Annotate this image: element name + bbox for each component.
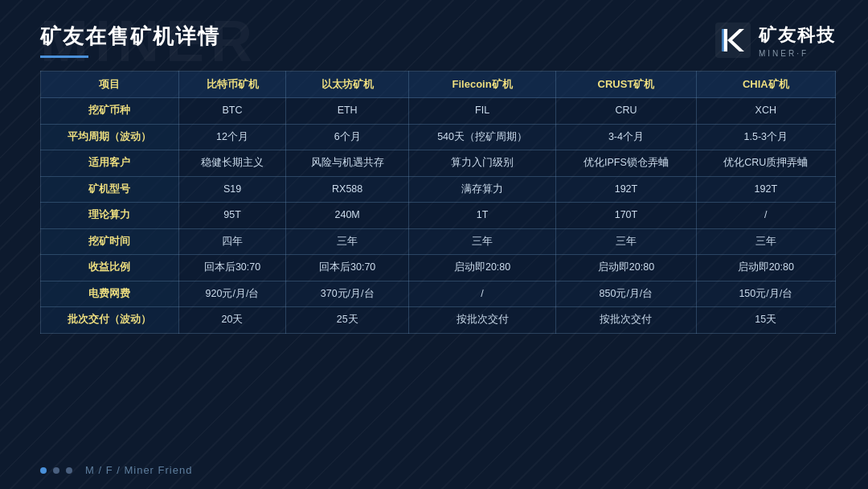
cell-8-4: 按批次交付 bbox=[556, 307, 696, 334]
cell-2-2: 风险与机遇共存 bbox=[286, 150, 409, 177]
title-block: MINER 矿友在售矿机详情 bbox=[40, 23, 220, 58]
logo-text-block: 矿友科技 MINER·F bbox=[759, 23, 836, 58]
cell-1-4: 3-4个月 bbox=[556, 124, 696, 150]
cell-0-2: ETH bbox=[286, 98, 409, 125]
cell-5-4: 三年 bbox=[556, 228, 696, 255]
col-header-0: 项目 bbox=[41, 72, 179, 98]
cell-5-1: 四年 bbox=[178, 228, 286, 255]
cell-2-4: 优化IPFS锁仓弄蛐 bbox=[556, 150, 696, 177]
cell-1-1: 12个月 bbox=[178, 124, 286, 150]
cell-8-1: 20天 bbox=[178, 307, 286, 334]
cell-6-3: 启动即20:80 bbox=[408, 255, 555, 281]
cell-3-5: 192T bbox=[696, 176, 835, 203]
cell-4-2: 240M bbox=[286, 203, 409, 229]
cell-2-3: 算力入门级别 bbox=[408, 150, 555, 177]
cell-6-1: 回本后30:70 bbox=[178, 255, 286, 281]
cell-4-1: 95T bbox=[178, 203, 286, 229]
table-row: 挖矿时间四年三年三年三年三年 bbox=[41, 228, 836, 255]
dot-2 bbox=[53, 467, 59, 474]
table-row: 挖矿币种BTCETHFILCRUXCH bbox=[41, 98, 836, 125]
svg-rect-3 bbox=[722, 29, 724, 51]
col-header-4: CRUST矿机 bbox=[556, 72, 696, 98]
table-container: 项目 比特币矿机 以太坊矿机 Filecoin矿机 CRUST矿机 CHIA矿机… bbox=[0, 58, 868, 342]
miner-table: 项目 比特币矿机 以太坊矿机 Filecoin矿机 CRUST矿机 CHIA矿机… bbox=[40, 71, 836, 334]
cell-0-0: 挖矿币种 bbox=[41, 98, 179, 125]
table-row: 电费网费920元/月/台370元/月/台/850元/月/台150元/月/台 bbox=[41, 281, 836, 307]
cell-0-1: BTC bbox=[178, 98, 286, 125]
cell-1-3: 540天（挖矿周期） bbox=[408, 124, 555, 150]
footer-text: M / F / Miner Friend bbox=[85, 464, 192, 476]
table-row: 矿机型号S19RX588满存算力192T192T bbox=[41, 176, 836, 203]
cell-6-0: 收益比例 bbox=[41, 255, 179, 281]
cell-4-4: 170T bbox=[556, 203, 696, 229]
cell-3-4: 192T bbox=[556, 176, 696, 203]
logo-area: 矿友科技 MINER·F bbox=[715, 23, 836, 58]
cell-5-0: 挖矿时间 bbox=[41, 228, 179, 255]
cell-0-5: XCH bbox=[696, 98, 835, 125]
table-header: 项目 比特币矿机 以太坊矿机 Filecoin矿机 CRUST矿机 CHIA矿机 bbox=[41, 72, 836, 98]
col-header-5: CHIA矿机 bbox=[696, 72, 835, 98]
cell-2-5: 优化CRU质押弄蛐 bbox=[696, 150, 835, 177]
cell-6-4: 启动即20:80 bbox=[556, 255, 696, 281]
cell-5-2: 三年 bbox=[286, 228, 409, 255]
page-title: 矿友在售矿机详情 bbox=[40, 23, 220, 51]
cell-5-5: 三年 bbox=[696, 228, 835, 255]
col-header-2: 以太坊矿机 bbox=[286, 72, 409, 98]
col-header-3: Filecoin矿机 bbox=[408, 72, 555, 98]
cell-1-0: 平均周期（波动） bbox=[41, 124, 179, 150]
cell-0-4: CRU bbox=[556, 98, 696, 125]
logo-main-text: 矿友科技 bbox=[759, 23, 836, 47]
cell-7-2: 370元/月/台 bbox=[286, 281, 409, 307]
logo-sub-text: MINER·F bbox=[759, 49, 809, 58]
footer: M / F / Miner Friend bbox=[40, 464, 192, 476]
cell-7-1: 920元/月/台 bbox=[178, 281, 286, 307]
cell-7-5: 150元/月/台 bbox=[696, 281, 835, 307]
table-row: 平均周期（波动）12个月6个月540天（挖矿周期）3-4个月1.5-3个月 bbox=[41, 124, 836, 150]
header-row: 项目 比特币矿机 以太坊矿机 Filecoin矿机 CRUST矿机 CHIA矿机 bbox=[41, 72, 836, 98]
cell-7-0: 电费网费 bbox=[41, 281, 179, 307]
cell-6-2: 回本后30:70 bbox=[286, 255, 409, 281]
cell-8-3: 按批次交付 bbox=[408, 307, 555, 334]
table-row: 适用客户稳健长期主义风险与机遇共存算力入门级别优化IPFS锁仓弄蛐优化CRU质押… bbox=[41, 150, 836, 177]
cell-4-5: / bbox=[696, 203, 835, 229]
title-underline bbox=[40, 55, 88, 58]
cell-3-1: S19 bbox=[178, 176, 286, 203]
table-row: 理论算力95T240M1T170T/ bbox=[41, 203, 836, 229]
cell-0-3: FIL bbox=[408, 98, 555, 125]
cell-6-5: 启动即20:80 bbox=[696, 255, 835, 281]
cell-7-3: / bbox=[408, 281, 555, 307]
header: MINER 矿友在售矿机详情 矿友科技 MINER·F bbox=[0, 0, 868, 58]
logo-icon bbox=[715, 23, 751, 58]
table-row: 批次交付（波动）20天25天按批次交付按批次交付15天 bbox=[41, 307, 836, 334]
cell-5-3: 三年 bbox=[408, 228, 555, 255]
cell-8-2: 25天 bbox=[286, 307, 409, 334]
dot-1 bbox=[40, 467, 47, 474]
cell-7-4: 850元/月/台 bbox=[556, 281, 696, 307]
cell-1-5: 1.5-3个月 bbox=[696, 124, 835, 150]
cell-2-1: 稳健长期主义 bbox=[178, 150, 286, 177]
cell-8-5: 15天 bbox=[696, 307, 835, 334]
table-row: 收益比例回本后30:70回本后30:70启动即20:80启动即20:80启动即2… bbox=[41, 255, 836, 281]
col-header-1: 比特币矿机 bbox=[178, 72, 286, 98]
cell-3-3: 满存算力 bbox=[408, 176, 555, 203]
cell-4-3: 1T bbox=[408, 203, 555, 229]
cell-8-0: 批次交付（波动） bbox=[41, 307, 179, 334]
cell-3-0: 矿机型号 bbox=[41, 176, 179, 203]
cell-3-2: RX588 bbox=[286, 176, 409, 203]
dot-3 bbox=[66, 467, 72, 474]
cell-4-0: 理论算力 bbox=[41, 203, 179, 229]
cell-2-0: 适用客户 bbox=[41, 150, 179, 177]
cell-1-2: 6个月 bbox=[286, 124, 409, 150]
svg-rect-0 bbox=[715, 23, 751, 58]
table-body: 挖矿币种BTCETHFILCRUXCH平均周期（波动）12个月6个月540天（挖… bbox=[41, 98, 836, 334]
